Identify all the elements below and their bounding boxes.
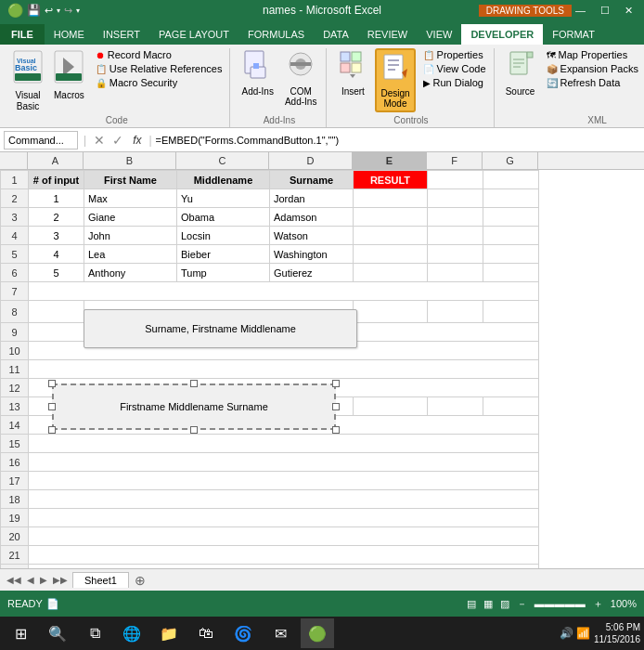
name-box[interactable] bbox=[4, 131, 78, 150]
cell-f8[interactable] bbox=[428, 301, 483, 323]
cell-b6[interactable]: Anthony bbox=[84, 264, 177, 282]
cell-g3[interactable] bbox=[483, 208, 539, 227]
cell-c2[interactable]: Yu bbox=[177, 189, 270, 208]
cell-e2[interactable] bbox=[354, 189, 428, 208]
undo-icon[interactable]: ↩ bbox=[45, 5, 53, 17]
selection-handle-br[interactable] bbox=[332, 426, 340, 434]
zoom-in-icon[interactable]: ＋ bbox=[593, 597, 603, 611]
tab-formulas[interactable]: FORMULAS bbox=[238, 24, 314, 45]
embedded-button-1[interactable]: Surname, Firstname Middlename bbox=[84, 309, 357, 348]
cell-d3[interactable]: Adamson bbox=[270, 208, 354, 227]
quick-access-dropdown[interactable]: ▾ bbox=[76, 6, 80, 15]
cell-e13[interactable] bbox=[354, 397, 428, 416]
sheet-nav-last[interactable]: ▶▶ bbox=[50, 575, 71, 585]
view-break-icon[interactable]: ▨ bbox=[500, 598, 509, 610]
cell-b4[interactable]: John bbox=[84, 227, 177, 245]
cell-d6[interactable]: Gutierez bbox=[270, 264, 354, 282]
cell-a1[interactable]: # of input bbox=[29, 171, 84, 189]
cell-b2[interactable]: Max bbox=[84, 189, 177, 208]
col-header-e[interactable]: E bbox=[353, 152, 427, 169]
close-btn[interactable]: ✕ bbox=[621, 5, 637, 17]
add-sheet-btn[interactable]: ⊕ bbox=[129, 573, 151, 588]
cell-e5[interactable] bbox=[354, 245, 428, 264]
cell-a6[interactable]: 5 bbox=[29, 264, 84, 282]
taskbar-clock[interactable]: 5:06 PM11/15/2016 bbox=[594, 621, 640, 645]
cell-f2[interactable] bbox=[428, 189, 483, 208]
tab-developer[interactable]: DEVELOPER bbox=[461, 24, 543, 45]
maximize-btn[interactable]: ☐ bbox=[597, 5, 613, 17]
selection-handle-mr[interactable] bbox=[332, 403, 340, 410]
view-page-icon[interactable]: ▦ bbox=[483, 598, 493, 610]
task-view-button[interactable]: ⧉ bbox=[78, 618, 111, 648]
expansion-packs-button[interactable]: 📦 Expansion Packs bbox=[545, 62, 640, 75]
sheet-nav-next[interactable]: ▶ bbox=[37, 575, 50, 585]
cell-f1[interactable] bbox=[428, 171, 483, 189]
refresh-data-button[interactable]: 🔄 Refresh Data bbox=[545, 76, 640, 89]
view-code-button[interactable]: 📄 View Code bbox=[421, 62, 488, 75]
design-mode-button[interactable]: DesignMode bbox=[375, 48, 415, 112]
cell-d4[interactable]: Watson bbox=[270, 227, 354, 245]
sheet-nav-first[interactable]: ◀◀ bbox=[4, 575, 24, 585]
cell-g6[interactable] bbox=[483, 264, 539, 282]
cell-e6[interactable] bbox=[354, 264, 428, 282]
col-header-c[interactable]: C bbox=[176, 152, 269, 169]
cell-f6[interactable] bbox=[428, 264, 483, 282]
cell-e4[interactable] bbox=[354, 227, 428, 245]
start-button[interactable]: ⊞ bbox=[4, 618, 37, 648]
cell-f5[interactable] bbox=[428, 245, 483, 264]
cell-e8[interactable] bbox=[354, 301, 428, 323]
cell-f3[interactable] bbox=[428, 208, 483, 227]
cell-e3[interactable] bbox=[354, 208, 428, 227]
cell-f13[interactable] bbox=[428, 397, 483, 416]
tab-file[interactable]: FILE bbox=[0, 24, 45, 45]
cell-a4[interactable]: 3 bbox=[29, 227, 84, 245]
zoom-slider[interactable]: ▬▬▬▬▬ bbox=[535, 598, 586, 609]
use-relative-button[interactable]: 📋 Use Relative References bbox=[94, 62, 225, 75]
sheet-tab-sheet1[interactable]: Sheet1 bbox=[72, 572, 129, 588]
excel-taskbar-button[interactable]: 🟢 bbox=[301, 618, 334, 648]
selection-handle-bl[interactable] bbox=[48, 426, 56, 434]
selection-handle-tc[interactable] bbox=[190, 380, 198, 387]
tab-data[interactable]: DATA bbox=[314, 24, 358, 45]
cell-c3[interactable]: Obama bbox=[177, 208, 270, 227]
cell-f4[interactable] bbox=[428, 227, 483, 245]
properties-button[interactable]: 📋 Properties bbox=[421, 48, 488, 61]
cell-c5[interactable]: Bieber bbox=[177, 245, 270, 264]
insert-control-button[interactable]: Insert bbox=[334, 48, 371, 98]
tab-insert[interactable]: INSERT bbox=[94, 24, 149, 45]
cell-d1[interactable]: Surname bbox=[270, 171, 354, 189]
col-header-a[interactable]: A bbox=[28, 152, 84, 169]
sheet-nav-prev[interactable]: ◀ bbox=[24, 575, 37, 585]
tab-page-layout[interactable]: PAGE LAYOUT bbox=[149, 24, 238, 45]
formula-cross-btn[interactable]: ✕ bbox=[92, 133, 107, 148]
cell-g13[interactable] bbox=[483, 397, 539, 416]
visual-basic-button[interactable]: Visual Basic VisualBasic bbox=[9, 48, 46, 114]
tab-review[interactable]: REVIEW bbox=[358, 24, 417, 45]
col-header-f[interactable]: F bbox=[427, 152, 483, 169]
formula-check-btn[interactable]: ✓ bbox=[110, 133, 125, 148]
tab-format[interactable]: FORMAT bbox=[543, 24, 604, 45]
cell-e1[interactable]: RESULT bbox=[354, 171, 428, 189]
cell-b1[interactable]: First Name bbox=[84, 171, 177, 189]
selection-handle-ml[interactable] bbox=[48, 403, 56, 410]
cell-g8[interactable] bbox=[483, 301, 539, 323]
selection-handle-tl[interactable] bbox=[48, 380, 56, 387]
col-header-g[interactable]: G bbox=[483, 152, 538, 169]
cell-c6[interactable]: Tump bbox=[177, 264, 270, 282]
explorer-button[interactable]: 📁 bbox=[152, 618, 186, 648]
mail-button[interactable]: ✉ bbox=[264, 618, 297, 648]
formula-input[interactable] bbox=[156, 131, 640, 150]
store-button[interactable]: 🛍 bbox=[189, 618, 223, 648]
cell-g1[interactable] bbox=[483, 171, 539, 189]
selection-handle-tr[interactable] bbox=[332, 380, 340, 387]
tab-home[interactable]: HOME bbox=[45, 24, 94, 45]
cell-a2[interactable]: 1 bbox=[29, 189, 84, 208]
minimize-btn[interactable]: — bbox=[572, 5, 589, 17]
cell-c4[interactable]: Locsin bbox=[177, 227, 270, 245]
cell-a8[interactable] bbox=[29, 301, 84, 323]
embedded-button-2[interactable]: Firstname Middlename Surname bbox=[52, 384, 336, 430]
col-header-d[interactable]: D bbox=[269, 152, 353, 169]
view-normal-icon[interactable]: ▤ bbox=[467, 598, 476, 610]
browser2-button[interactable]: 🌀 bbox=[226, 618, 260, 648]
redo-icon[interactable]: ↪ bbox=[64, 5, 72, 17]
